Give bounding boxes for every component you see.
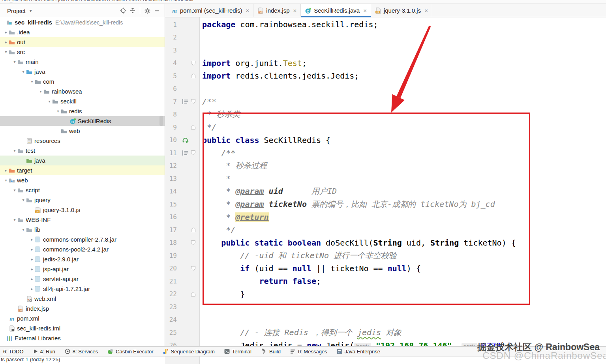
- tree-item-jquery[interactable]: ▾jquery: [0, 195, 165, 205]
- tree-item-.idea[interactable]: ▸.idea: [0, 27, 165, 37]
- editor-tab-bar: mpom.xml (sec_kill-redis)×JSPindex.jsp×C…: [165, 4, 606, 17]
- locate-file-icon[interactable]: [118, 6, 128, 15]
- chevron-down-icon[interactable]: ▾: [12, 148, 17, 153]
- tree-item-web[interactable]: ▾web: [0, 175, 165, 185]
- chevron-down-icon[interactable]: ▾: [3, 50, 9, 54]
- gear-icon[interactable]: [143, 6, 152, 15]
- fold-marker-icon[interactable]: [191, 292, 199, 296]
- tab-pom.xml-sec-kill-redis-[interactable]: mpom.xml (sec_kill-redis)×: [167, 4, 253, 17]
- tree-item-external-libraries[interactable]: External Libraries: [0, 333, 165, 343]
- tree-item-slf4j-api-1.7.21.jar[interactable]: ▸slf4j-api-1.7.21.jar: [0, 284, 165, 294]
- code-line-9: 9 */: [165, 121, 606, 134]
- tree-item-commons-compiler-2.7.8.jar[interactable]: ▸commons-compiler-2.7.8.jar: [0, 235, 165, 244]
- tree-item-label: pom.xml: [17, 315, 39, 322]
- close-icon[interactable]: ×: [363, 7, 367, 14]
- chevron-down-icon[interactable]: ▾: [47, 99, 52, 103]
- chevron-down-icon[interactable]: ▾: [21, 69, 26, 74]
- fold-marker-icon[interactable]: [191, 150, 199, 155]
- chevron-right-icon[interactable]: ▸: [29, 277, 35, 281]
- fold-marker-icon[interactable]: [191, 240, 199, 245]
- tree-item-jquery-3.1.0.js[interactable]: JSjquery-3.1.0.js: [0, 205, 165, 215]
- tree-item-commons-pool2-2.4.2.jar[interactable]: ▸commons-pool2-2.4.2.jar: [0, 244, 165, 254]
- close-icon[interactable]: ×: [246, 7, 250, 14]
- chevron-down-icon[interactable]: ▾: [21, 227, 26, 232]
- tab-index.jsp[interactable]: JSPindex.jsp×: [253, 4, 301, 17]
- tab-jquery-3.1.0.js[interactable]: JSjquery-3.1.0.js×: [371, 4, 432, 17]
- fold-marker-icon[interactable]: [191, 99, 199, 104]
- tree-item-seckill[interactable]: ▾seckill: [0, 96, 165, 106]
- extlib-icon: [6, 336, 13, 341]
- project-tree[interactable]: sec_kill-redisE:\Java\Redis\sec_kill-red…: [0, 17, 165, 346]
- tree-item-sec-kill-redis.iml[interactable]: sec_kill-redis.iml: [0, 323, 165, 333]
- chevron-down-icon[interactable]: ▾: [12, 188, 17, 192]
- collapse-all-icon[interactable]: [128, 6, 137, 15]
- tree-scrollbar-thumb[interactable]: [159, 116, 163, 126]
- statusbar-label: Sequence Diagram: [171, 349, 215, 355]
- tree-item-lib[interactable]: ▾lib: [0, 225, 165, 235]
- comment-lines-icon[interactable]: [177, 99, 191, 104]
- chevron-right-icon[interactable]: ▸: [29, 267, 35, 271]
- tree-item-web-inf[interactable]: ▾WEB-INF: [0, 215, 165, 225]
- chevron-down-icon[interactable]: ▼: [29, 9, 33, 13]
- fold-marker-icon[interactable]: [191, 73, 199, 78]
- tree-item-java[interactable]: java: [0, 156, 165, 165]
- chevron-down-icon[interactable]: ▾: [12, 60, 17, 64]
- tree-item-web[interactable]: web: [0, 126, 165, 136]
- chevron-down-icon[interactable]: ▾: [29, 79, 35, 84]
- chevron-down-icon[interactable]: ▾: [38, 89, 43, 94]
- tab-seckillredis.java[interactable]: CSecKillRedis.java×: [301, 4, 371, 17]
- tree-item-script[interactable]: ▾script: [0, 185, 165, 195]
- statusbar-sequence-diagram[interactable]: Sequence Diagram: [163, 349, 215, 355]
- tree-item-resources[interactable]: resources: [0, 136, 165, 146]
- statusbar-build[interactable]: Build: [261, 349, 281, 355]
- chevron-down-icon[interactable]: ▾: [55, 109, 61, 113]
- chevron-right-icon[interactable]: ▸: [29, 257, 35, 261]
- fold-marker-icon[interactable]: [191, 266, 199, 271]
- tree-item-test[interactable]: ▾test: [0, 146, 165, 156]
- hide-panel-icon[interactable]: [152, 6, 161, 15]
- statusbar-services[interactable]: 8: Services: [65, 349, 98, 355]
- tree-item-servlet-api.jar[interactable]: ▸servlet-api.jar: [0, 274, 165, 284]
- statusbar-todo[interactable]: 6: TODO: [3, 349, 24, 355]
- close-icon[interactable]: ×: [424, 7, 428, 14]
- statusbar-run[interactable]: 4: Run: [33, 349, 55, 355]
- tree-item-seckillredis[interactable]: CSecKillRedis: [0, 116, 165, 126]
- code-editor[interactable]: 1package com.rainbowsea.seckill.redis;23…: [165, 17, 606, 364]
- tree-item-redis[interactable]: ▾redis: [0, 106, 165, 116]
- statusbar-messages[interactable]: 0: Messages: [290, 349, 327, 355]
- fold-marker-icon[interactable]: [191, 61, 199, 66]
- chevron-right-icon[interactable]: ▸: [3, 168, 9, 173]
- breadcrumb[interactable]: sec_kill-redis / src / main / java / com…: [0, 0, 606, 4]
- chevron-right-icon[interactable]: ▸: [29, 287, 35, 291]
- fold-marker-icon[interactable]: [191, 227, 199, 232]
- statusbar-casbin-executor[interactable]: Casbin Executor: [107, 349, 153, 355]
- tree-item-out[interactable]: ▸out: [0, 37, 165, 47]
- chevron-right-icon[interactable]: ▸: [29, 237, 35, 242]
- tree-item-com[interactable]: ▾com: [0, 77, 165, 86]
- chevron-down-icon[interactable]: ▾: [3, 178, 9, 182]
- tree-item-jedis-2.9.0.jar[interactable]: ▸jedis-2.9.0.jar: [0, 254, 165, 264]
- tree-item-main[interactable]: ▾main: [0, 57, 165, 67]
- code-line-5: 5import redis.clients.jedis.Jedis;: [165, 69, 606, 83]
- statusbar-terminal[interactable]: >Terminal: [224, 349, 251, 355]
- chevron-right-icon[interactable]: ▸: [3, 30, 9, 34]
- tree-item-target[interactable]: ▸target: [0, 165, 165, 175]
- tree-item-sec-kill-redis[interactable]: sec_kill-redisE:\Java\Redis\sec_kill-red…: [0, 17, 165, 27]
- chevron-down-icon[interactable]: ▾: [21, 198, 26, 202]
- tree-item-index.jsp[interactable]: JSPindex.jsp: [0, 304, 165, 313]
- run-test-icon[interactable]: [177, 137, 191, 143]
- statusbar-java-enterprise[interactable]: Java Enterprise: [337, 349, 380, 355]
- chevron-down-icon[interactable]: ▾: [12, 218, 17, 222]
- tree-item-rainbowsea[interactable]: ▾rainbowsea: [0, 86, 165, 96]
- tree-item-web.xml[interactable]: <web.xml: [0, 294, 165, 304]
- tree-item-jsp-api.jar[interactable]: ▸jsp-api.jar: [0, 264, 165, 274]
- code-lines: 1package com.rainbowsea.seckill.redis;23…: [165, 18, 606, 352]
- tree-item-java[interactable]: ▾java: [0, 67, 165, 77]
- chevron-right-icon[interactable]: ▸: [29, 247, 35, 251]
- chevron-right-icon[interactable]: ▸: [3, 40, 9, 44]
- comment-lines-icon[interactable]: [177, 150, 191, 156]
- tree-item-src[interactable]: ▾src: [0, 47, 165, 57]
- fold-marker-icon[interactable]: [191, 125, 199, 129]
- tree-item-pom.xml[interactable]: mpom.xml: [0, 313, 165, 323]
- close-icon[interactable]: ×: [293, 7, 297, 14]
